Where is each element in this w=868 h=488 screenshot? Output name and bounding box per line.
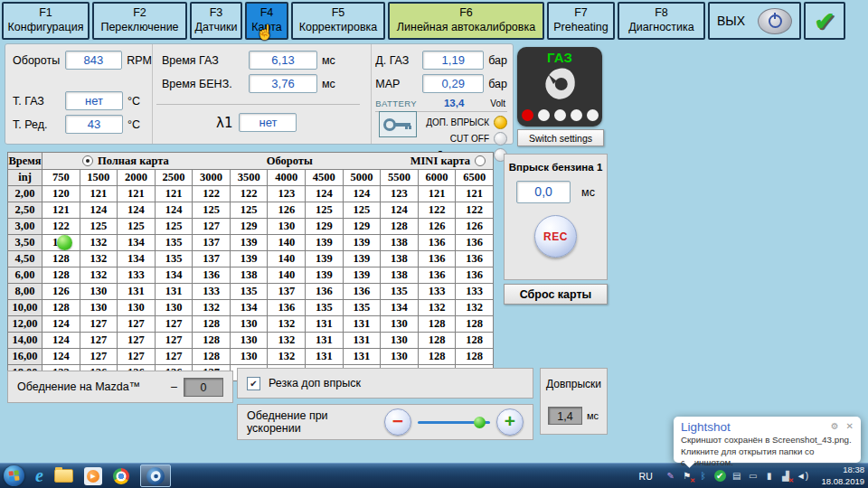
map-cell[interactable]: 132 bbox=[80, 235, 118, 251]
map-cell[interactable]: 124 bbox=[42, 349, 80, 365]
rec-button[interactable]: REC bbox=[534, 215, 577, 258]
map-cell[interactable]: 139 bbox=[230, 235, 268, 251]
map-cell[interactable]: 121 bbox=[118, 186, 156, 202]
map-cell[interactable]: 128 bbox=[418, 333, 456, 349]
map-cell[interactable]: 128 bbox=[418, 349, 456, 365]
bluetooth-icon[interactable]: ᛒ bbox=[698, 470, 709, 482]
map-cell[interactable]: 128 bbox=[456, 349, 494, 365]
map-cell[interactable]: 130 bbox=[230, 333, 268, 349]
increase-button[interactable]: + bbox=[496, 408, 524, 436]
map-cell[interactable]: 139 bbox=[306, 235, 344, 251]
map-cell[interactable]: 138 bbox=[381, 267, 419, 284]
map-cell[interactable]: 123 bbox=[381, 186, 419, 202]
toolbar-button-f6[interactable]: F6Линейная автокалибровка bbox=[388, 2, 544, 40]
map-cell[interactable]: 121 bbox=[418, 186, 456, 202]
mazda-lean-value-field[interactable]: 0 bbox=[184, 378, 223, 397]
map-cell[interactable]: 122 bbox=[456, 202, 494, 219]
map-cell[interactable]: 126 bbox=[418, 219, 456, 235]
map-cell[interactable]: 131 bbox=[155, 284, 193, 300]
map-cell[interactable]: 130 bbox=[268, 219, 306, 235]
map-cell[interactable]: 132 bbox=[193, 300, 231, 316]
toolbar-button-f5[interactable]: F5Корректировка bbox=[291, 2, 385, 40]
map-cell[interactable]: 128 bbox=[456, 333, 494, 349]
map-cell[interactable]: 139 bbox=[306, 251, 344, 267]
map-cell[interactable]: 127 bbox=[118, 349, 156, 365]
map-cell[interactable]: 135 bbox=[306, 300, 344, 316]
map-cell[interactable]: 127 bbox=[80, 316, 118, 333]
map-cell[interactable]: 130 bbox=[230, 349, 268, 365]
map-cell[interactable]: 128 bbox=[193, 316, 231, 333]
map-cell[interactable]: 139 bbox=[230, 251, 268, 267]
map-cell[interactable]: 139 bbox=[343, 251, 381, 267]
map-cell[interactable]: 134 bbox=[118, 251, 156, 267]
exit-button[interactable]: ВЫХ bbox=[708, 2, 801, 40]
map-cell[interactable]: 128 bbox=[42, 267, 80, 284]
save-settings-button[interactable]: ✔ bbox=[804, 2, 845, 40]
map-cell[interactable]: 140 bbox=[268, 235, 306, 251]
map-cell[interactable]: 128 bbox=[193, 333, 231, 349]
network-icon[interactable]: ▟✕ bbox=[780, 470, 791, 482]
map-cell[interactable]: 135 bbox=[381, 284, 419, 300]
display-icon[interactable]: ▭ bbox=[748, 470, 759, 482]
toolbar-button-f7[interactable]: F7Preheating bbox=[547, 2, 615, 40]
toolbar-button-f1[interactable]: F1Конфигурация bbox=[2, 2, 90, 40]
map-cell[interactable]: 130 bbox=[80, 300, 118, 316]
map-cell[interactable]: 127 bbox=[155, 333, 193, 349]
map-cell[interactable]: 122 bbox=[230, 186, 268, 202]
start-button[interactable] bbox=[4, 465, 24, 486]
map-cell[interactable]: 135 bbox=[230, 284, 268, 300]
map-cell[interactable]: 126 bbox=[268, 202, 306, 219]
map-cell[interactable]: 130 bbox=[155, 300, 193, 316]
map-cell[interactable]: 129 bbox=[343, 219, 381, 235]
map-cell[interactable]: 131 bbox=[306, 349, 344, 365]
map-cell[interactable]: 123 bbox=[268, 186, 306, 202]
lightshot-notification[interactable]: Lightshot ⚙ ✕ Скриншот сохранён в Screen… bbox=[674, 417, 861, 463]
map-cell[interactable]: 138 bbox=[381, 235, 419, 251]
map-cell[interactable]: 131 bbox=[343, 333, 381, 349]
map-cell[interactable]: 139 bbox=[306, 267, 344, 284]
map-cell[interactable]: 125 bbox=[118, 219, 156, 235]
decrease-button[interactable]: − bbox=[384, 408, 411, 436]
map-cell[interactable]: 128 bbox=[193, 349, 231, 365]
map-cell[interactable]: 124 bbox=[155, 202, 193, 219]
map-cell[interactable]: 133 bbox=[193, 284, 231, 300]
map-cell[interactable]: 132 bbox=[268, 349, 306, 365]
map-cell[interactable]: 132 bbox=[456, 300, 494, 316]
explorer-folder-icon[interactable] bbox=[54, 469, 73, 483]
map-cell[interactable]: 124 bbox=[80, 202, 118, 219]
map-cell[interactable]: 137 bbox=[193, 235, 231, 251]
map-cell[interactable]: 121 bbox=[80, 186, 118, 202]
map-cell[interactable]: 132 bbox=[418, 300, 456, 316]
map-cell[interactable]: 136 bbox=[418, 251, 456, 267]
map-cell[interactable]: 124 bbox=[306, 186, 344, 202]
map-cell[interactable]: 136 bbox=[418, 267, 456, 284]
map-cell[interactable]: 136 bbox=[343, 284, 381, 300]
slider-knob[interactable] bbox=[474, 417, 486, 428]
map-cell[interactable]: 124 bbox=[381, 202, 419, 219]
map-cell[interactable]: 131 bbox=[306, 316, 344, 333]
map-cell[interactable]: 122 bbox=[418, 202, 456, 219]
map-cell[interactable]: 139 bbox=[343, 267, 381, 284]
map-cell[interactable]: 124 bbox=[118, 202, 156, 219]
map-cell[interactable]: 125 bbox=[155, 219, 193, 235]
map-cell[interactable]: 130 bbox=[230, 316, 268, 333]
map-cell[interactable]: 134 bbox=[155, 267, 193, 284]
map-cell[interactable]: 126 bbox=[42, 284, 80, 300]
toolbar-button-f8[interactable]: F8Диагностика bbox=[618, 2, 705, 40]
map-cell[interactable]: 132 bbox=[80, 267, 118, 284]
map-cell[interactable]: 128 bbox=[456, 316, 494, 333]
map-cell[interactable]: 122 bbox=[193, 186, 231, 202]
map-cell[interactable]: 125 bbox=[230, 202, 268, 219]
gas-app-taskbar-button[interactable] bbox=[140, 465, 171, 487]
extra-injection-cut-checkbox[interactable]: ✔ bbox=[247, 377, 260, 390]
map-cell[interactable]: 127 bbox=[118, 333, 156, 349]
map-cell[interactable]: 136 bbox=[418, 235, 456, 251]
map-cell[interactable]: 134 bbox=[118, 235, 156, 251]
map-cell[interactable]: 120 bbox=[42, 186, 80, 202]
map-cell[interactable]: 125 bbox=[80, 219, 118, 235]
map-cell[interactable]: 130 bbox=[381, 316, 419, 333]
map-cell[interactable]: 122 bbox=[42, 219, 80, 235]
map-cell[interactable]: 127 bbox=[155, 349, 193, 365]
map-cell[interactable]: 127 bbox=[193, 219, 231, 235]
map-cell[interactable]: 129 bbox=[230, 219, 268, 235]
